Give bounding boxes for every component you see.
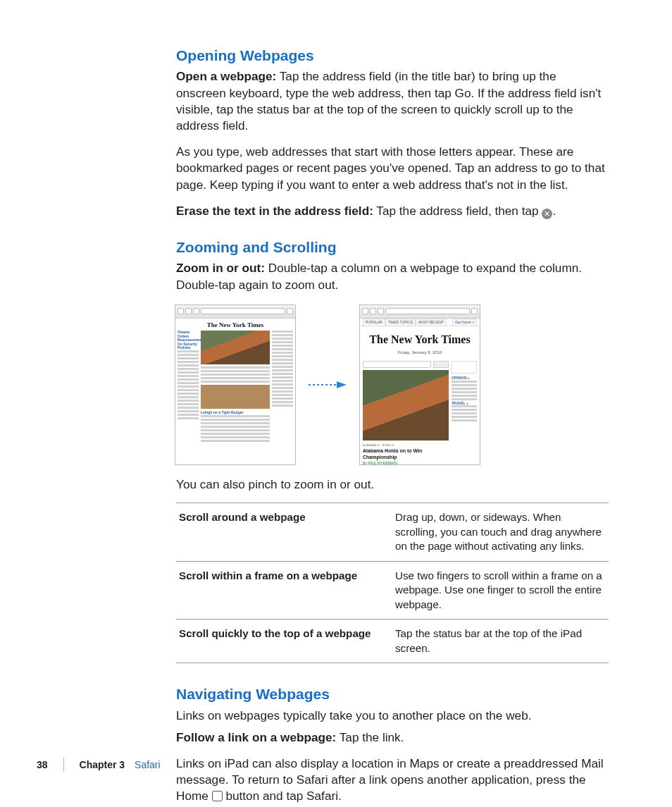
heading-navigating: Navigating Webpages: [176, 684, 609, 704]
table-key: Scroll quickly to the top of a webpage: [176, 620, 392, 663]
home-button-text-b: button and tap Safari.: [223, 789, 342, 803]
screenshot-after-zoom: POPULARTIMES TOPICSMOST RECENT Get Home …: [359, 304, 480, 465]
nyt-headline: Alabama Holds on to Win Championship: [363, 448, 449, 461]
page-footer: 38 Chapter 3 Safari: [0, 758, 672, 772]
svg-marker-1: [337, 381, 347, 388]
table-key: Scroll within a frame on a webpage: [176, 561, 392, 620]
links-paragraph: Links on webpages typically take you to …: [176, 708, 609, 724]
erase-body: Tap the address field, then tap: [373, 204, 542, 218]
home-button-icon: [212, 791, 223, 801]
follow-link-paragraph: Follow a link on a webpage: Tap the link…: [176, 729, 609, 746]
browser-toolbar: [175, 305, 295, 319]
clear-text-icon: ✕: [542, 209, 552, 219]
table-key: Scroll around a webpage: [176, 503, 392, 562]
table-row: Scroll within a frame on a webpage Use t…: [176, 561, 609, 620]
follow-link-lead: Follow a link on a webpage:: [176, 730, 336, 744]
address-bar: [201, 308, 285, 314]
table-row: Scroll around a webpage Drag up, down, o…: [176, 503, 609, 562]
table-row: Scroll quickly to the top of a webpage T…: [176, 620, 609, 663]
get-home-link: Get Home >: [452, 319, 477, 326]
zoom-paragraph: Zoom in or out: Double-tap a column on a…: [176, 260, 609, 292]
heading-opening: Opening Webpages: [176, 46, 609, 66]
browser-toolbar: [360, 305, 480, 319]
table-val: Use two fingers to scroll within a frame…: [392, 561, 609, 620]
screenshot-before-zoom: The New York Times Obama Orders Reassess…: [175, 304, 296, 465]
table-val: Drag up, down, or sideways. When scrolli…: [392, 503, 609, 562]
page-number: 38: [37, 758, 48, 772]
chapter-label: Chapter 3: [80, 759, 125, 770]
scroll-table: Scroll around a webpage Drag up, down, o…: [176, 503, 609, 663]
erase-lead: Erase the text in the address field:: [176, 204, 373, 218]
nyt-date: Friday, January 8, 2010: [360, 350, 480, 355]
open-webpage-paragraph: Open a webpage: Tap the address field (i…: [176, 68, 609, 134]
search-button: [433, 361, 449, 368]
follow-link-body: Tap the link.: [336, 730, 404, 744]
zoom-arrow-icon: [309, 381, 347, 389]
promo-box: [452, 361, 477, 374]
zoom-lead: Zoom in or out:: [176, 261, 265, 275]
erase-tail: .: [552, 204, 556, 218]
table-val: Tap the status bar at the top of the iPa…: [392, 620, 609, 663]
erase-paragraph: Erase the text in the address field: Tap…: [176, 203, 609, 219]
heading-zooming: Zooming and Scrolling: [176, 238, 609, 257]
zoom-figure-row: The New York Times Obama Orders Reassess…: [175, 304, 609, 465]
nyt-masthead-large: The New York Times: [360, 326, 480, 350]
nyt-hero-photo: [201, 331, 270, 364]
nyt-tabs: POPULARTIMES TOPICSMOST RECENT Get Home …: [360, 319, 480, 326]
chapter-title: Safari: [135, 759, 161, 770]
nyt-hero-photo-zoomed: [363, 370, 449, 441]
address-bar: [385, 308, 470, 314]
nyt-photo-building: [201, 385, 270, 409]
footer-divider: [63, 758, 64, 772]
open-webpage-lead: Open a webpage:: [176, 69, 276, 83]
manual-page: Opening Webpages Open a webpage: Tap the…: [0, 0, 672, 807]
nyt-byline: By PAUL MYERBERG: [363, 461, 449, 465]
nyt-masthead-small: The New York Times: [175, 319, 295, 331]
autocomplete-paragraph: As you type, web addresses that start wi…: [176, 144, 609, 193]
search-box: [363, 361, 431, 368]
pinch-paragraph: You can also pinch to zoom in or out.: [176, 476, 609, 493]
